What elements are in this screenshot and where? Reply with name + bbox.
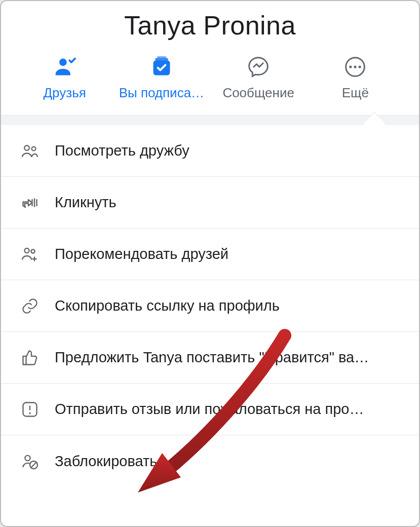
menu-report[interactable]: Отправить отзыв или пожаловаться на про… [1,384,419,435]
group-icon [20,141,40,161]
poke-icon [20,193,40,212]
profile-actions-bar: Друзья Вы подписа… Сообщение [1,56,419,115]
add-friends-icon [20,245,40,264]
message-action[interactable]: Сообщение [210,56,307,101]
more-label: Ещё [340,85,371,101]
subscribed-action[interactable]: Вы подписа… [113,56,210,101]
svg-point-9 [32,146,36,150]
menu-block[interactable]: Заблокировать [1,435,419,487]
more-action[interactable]: Ещё [307,56,404,101]
report-icon [20,400,40,419]
menu-poke-label: Кликнуть [55,194,117,211]
svg-line-17 [31,462,36,468]
more-icon [342,56,368,78]
svg-point-5 [350,65,352,68]
block-icon [20,451,40,471]
svg-point-14 [29,412,31,414]
subscribed-icon [148,56,175,78]
menu-suggest-friends[interactable]: Порекомендовать друзей [1,229,419,280]
svg-point-6 [354,65,357,68]
friends-label: Друзья [41,85,88,101]
svg-point-11 [31,249,34,253]
menu-copy-link-label: Скопировать ссылку на профиль [55,297,280,314]
profile-name: Tanya Pronina [1,1,419,56]
menu-view-friendship[interactable]: Посмотреть дружбу [1,125,419,177]
svg-point-15 [25,456,30,461]
svg-rect-3 [157,56,166,59]
menu-view-friendship-label: Посмотреть дружбу [55,142,189,159]
more-menu: Посмотреть дружбу Кликнуть [1,125,419,487]
svg-point-10 [25,248,29,253]
subscribed-label: Вы подписа… [117,85,206,101]
menu-pointer-bar [1,115,419,125]
menu-invite-like-label: Предложить Tanya поставить "Нравится" ва… [55,349,369,366]
like-icon [20,348,40,367]
link-icon [20,296,40,316]
menu-block-label: Заблокировать [55,453,157,470]
svg-point-8 [24,145,29,150]
svg-point-7 [359,65,361,68]
friends-icon [52,56,78,78]
menu-suggest-friends-label: Порекомендовать друзей [55,246,228,262]
menu-report-label: Отправить отзыв или пожаловаться на про… [55,401,364,418]
svg-point-0 [59,59,67,66]
menu-invite-like[interactable]: Предложить Tanya поставить "Нравится" ва… [1,332,419,384]
messenger-icon [245,56,272,78]
message-label: Сообщение [220,85,296,101]
menu-poke[interactable]: Кликнуть [1,177,419,229]
friends-action[interactable]: Друзья [16,56,113,101]
menu-copy-link[interactable]: Скопировать ссылку на профиль [1,280,419,332]
profile-more-menu-screen: Tanya Pronina Друзья Вы по [0,0,420,527]
